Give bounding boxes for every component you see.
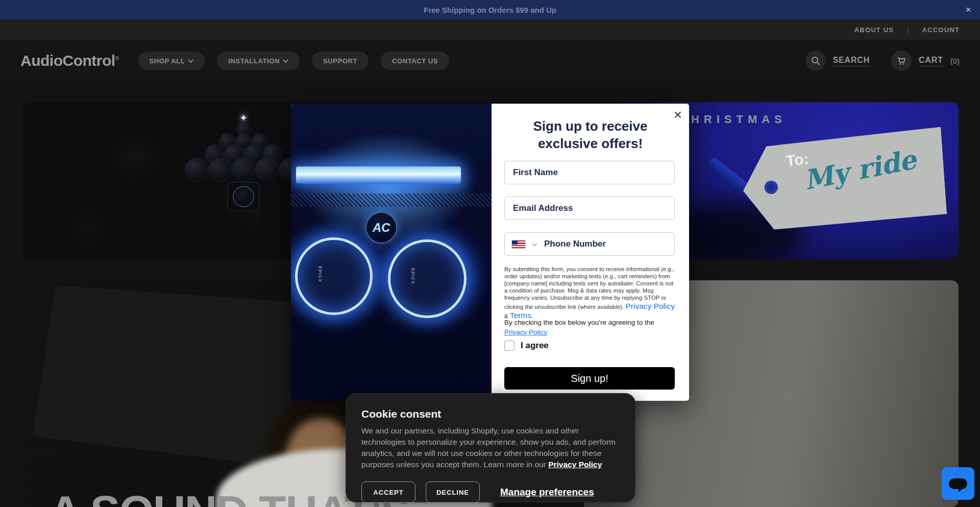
christmas-headline: CHRISTMAS xyxy=(678,113,787,126)
registered-mark: ® xyxy=(115,56,119,61)
checkbox-disclaimer-text: By checking the box below you're agreein… xyxy=(504,319,654,326)
epic-label: EPICX xyxy=(317,266,323,282)
tag-hole xyxy=(764,180,778,195)
speaker-mesh xyxy=(291,194,492,207)
about-us-link[interactable]: ABOUT US xyxy=(854,26,894,34)
gift-tag-name-label: My ride xyxy=(801,143,919,196)
star-icon: ✦ xyxy=(239,113,247,123)
subwoofer-ring: EPICX xyxy=(388,239,467,318)
nav-installation-label: INSTALLATION xyxy=(228,57,280,65)
chevron-down-icon xyxy=(188,57,193,63)
cart-button[interactable] xyxy=(891,51,912,71)
agree-label: I agree xyxy=(521,341,549,351)
logo[interactable]: AudioControl® xyxy=(20,52,119,69)
audiocontrol-badge: AC xyxy=(365,212,397,244)
checkbox-disclaimer: By checking the box below you're agreein… xyxy=(504,318,676,337)
neon-light-bar xyxy=(296,166,461,184)
speaker-icon xyxy=(209,158,231,181)
main-header: AudioControl® SHOP ALL INSTALLATION SUPP… xyxy=(0,40,980,82)
utility-divider: | xyxy=(907,26,909,34)
page: Free Shipping on Orders $99 and Up × ABO… xyxy=(0,0,980,507)
cookie-consent-dialog: Cookie consent We and our partners, incl… xyxy=(346,393,635,502)
modal-promo-image: AC EPICX EPICX xyxy=(291,104,492,401)
utility-nav: ABOUT US | ACCOUNT xyxy=(0,19,980,40)
us-flag-icon[interactable] xyxy=(512,240,525,248)
privacy-policy-link[interactable]: Privacy Policy xyxy=(504,328,547,336)
email-field[interactable] xyxy=(504,197,675,220)
subwoofer-icon xyxy=(227,182,260,211)
signup-modal: AC EPICX EPICX × Sign up to receive excl… xyxy=(291,104,689,401)
agree-row: I agree xyxy=(504,341,549,351)
nav-shop-all[interactable]: SHOP ALL xyxy=(138,52,205,70)
signup-form: × Sign up to receive exclusive offers! B… xyxy=(492,104,689,401)
cart-group: CART (0) xyxy=(891,51,960,71)
cart-icon xyxy=(896,56,906,66)
decline-button[interactable]: DECLINE xyxy=(426,481,480,503)
phone-field[interactable] xyxy=(544,239,667,249)
nav-contact-us[interactable]: CONTACT US xyxy=(381,52,449,70)
speaker-icon xyxy=(185,158,208,181)
consent-fineprint: By submitting this form, you consent to … xyxy=(504,266,676,321)
announcement-bar: Free Shipping on Orders $99 and Up × xyxy=(0,0,980,19)
primary-nav: SHOP ALL INSTALLATION SUPPORT CONTACT US xyxy=(138,52,450,70)
privacy-policy-link[interactable]: Privacy Policy xyxy=(548,460,602,469)
first-name-field[interactable] xyxy=(504,161,675,184)
speaker-icon xyxy=(232,158,255,181)
search-button[interactable] xyxy=(805,51,826,71)
search-icon xyxy=(811,56,821,66)
account-link[interactable]: ACCOUNT xyxy=(922,26,960,34)
subwoofer-cone xyxy=(233,186,254,207)
cart-link[interactable]: CART xyxy=(919,56,943,66)
search-link[interactable]: SEARCH xyxy=(833,56,870,66)
header-actions: SEARCH CART (0) xyxy=(805,40,960,82)
nav-support[interactable]: SUPPORT xyxy=(312,52,369,70)
chevron-down-icon[interactable] xyxy=(532,241,537,246)
close-icon[interactable]: × xyxy=(961,0,976,19)
signup-button[interactable]: Sign up! xyxy=(504,367,675,390)
cart-count: (0) xyxy=(950,57,960,65)
nav-support-label: SUPPORT xyxy=(323,57,357,65)
epic-label: EPICX xyxy=(410,268,415,284)
manage-preferences-link[interactable]: Manage preferences xyxy=(500,487,594,498)
modal-title: Sign up to receive exclusive offers! xyxy=(492,117,689,153)
cookie-actions: ACCEPT DECLINE Manage preferences xyxy=(361,481,620,503)
cookie-title: Cookie consent xyxy=(361,408,620,420)
chevron-down-icon xyxy=(283,57,288,63)
speaker-christmas-tree: ✦ xyxy=(190,113,297,211)
speaker-icon xyxy=(256,158,278,181)
cookie-body: We and our partners, including Shopify, … xyxy=(361,425,621,470)
announcement-text: Free Shipping on Orders $99 and Up xyxy=(424,6,556,14)
accept-button[interactable]: ACCEPT xyxy=(361,481,415,503)
subwoofer-ring: EPICX xyxy=(295,237,373,315)
chat-bubble-icon xyxy=(949,478,967,489)
speaker-row xyxy=(185,158,302,181)
phone-field-group xyxy=(504,232,675,256)
privacy-policy-link[interactable]: Privacy Policy xyxy=(625,302,674,310)
chat-launcher-button[interactable] xyxy=(942,467,974,500)
agree-checkbox[interactable] xyxy=(504,341,514,351)
nav-installation[interactable]: INSTALLATION xyxy=(217,52,300,70)
nav-contact-us-label: CONTACT US xyxy=(392,57,438,65)
nav-shop-all-label: SHOP ALL xyxy=(150,57,185,65)
logo-text: AudioControl xyxy=(20,52,115,69)
